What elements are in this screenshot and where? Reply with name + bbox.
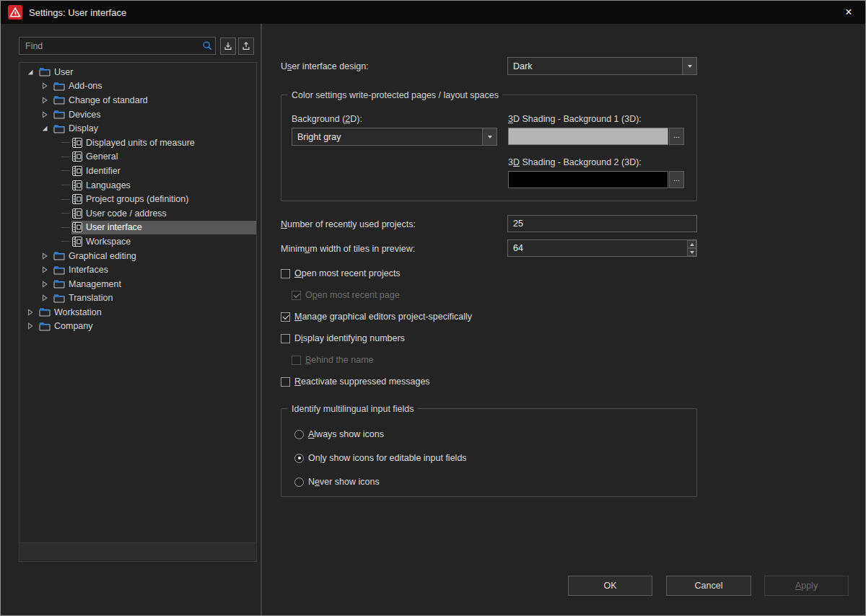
expander-icon[interactable] — [25, 67, 35, 77]
background-2d-select[interactable]: Bright gray — [292, 128, 497, 146]
expander-icon[interactable] — [25, 321, 35, 331]
export-settings-button[interactable] — [238, 38, 254, 55]
expander-icon[interactable] — [40, 123, 50, 133]
cancel-button[interactable]: Cancel — [666, 576, 751, 596]
checkbox[interactable] — [281, 312, 290, 322]
checkbox[interactable] — [281, 334, 290, 343]
checkbox[interactable] — [292, 291, 301, 300]
shading2-color-swatch[interactable] — [508, 171, 668, 188]
radio-row[interactable]: Always show icons — [294, 428, 696, 440]
close-button[interactable]: × — [839, 4, 858, 21]
tree-item-content[interactable]: Workspace — [71, 234, 256, 249]
folder-icon — [53, 279, 65, 289]
import-settings-button[interactable] — [220, 38, 236, 55]
spin-up-button[interactable] — [687, 240, 696, 248]
tree-item-content[interactable]: Add-ons — [53, 79, 256, 94]
dropdown-arrow-button[interactable] — [482, 128, 497, 145]
tree-item[interactable]: Project groups (definition) — [19, 192, 256, 206]
radio-row[interactable]: Never show icons — [294, 476, 696, 488]
radio-list: Always show icons Only show icons for ed… — [281, 409, 696, 488]
checkbox-row[interactable]: Display identifying numbers — [281, 333, 472, 344]
tree-item[interactable]: User code / address — [19, 206, 256, 221]
ok-button[interactable]: OK — [568, 576, 652, 596]
spin-down-button[interactable] — [687, 248, 696, 256]
checkbox-row[interactable]: Open most recent projects — [281, 268, 472, 279]
expander-icon[interactable] — [40, 265, 50, 275]
tree-item[interactable]: Workstation — [19, 305, 256, 320]
tree-item[interactable]: User interface — [19, 221, 256, 235]
expander-icon[interactable] — [25, 307, 35, 317]
recent-projects-input[interactable] — [507, 215, 697, 232]
tree-item[interactable]: User — [19, 65, 256, 79]
tree-item-content[interactable]: Change of standard — [53, 93, 256, 107]
tree-item-content[interactable]: Display — [53, 121, 256, 136]
radio-button[interactable] — [294, 430, 304, 439]
search-icon[interactable] — [199, 40, 215, 51]
checkbox-row[interactable]: Manage graphical editors project-specifi… — [281, 311, 472, 322]
expander-icon[interactable] — [40, 251, 50, 261]
pane-splitter[interactable] — [261, 24, 262, 616]
dropdown-arrow-button[interactable] — [682, 58, 696, 74]
shading2-browse-button[interactable]: ... — [669, 171, 684, 188]
expander-icon[interactable] — [40, 110, 50, 120]
tree-item-content[interactable]: Languages — [71, 178, 256, 193]
tree-item-content[interactable]: Devices — [53, 107, 256, 122]
footer-buttons: OK Cancel Apply — [568, 576, 849, 596]
tree-item[interactable]: Company — [19, 320, 256, 334]
find-input[interactable] — [19, 41, 199, 51]
tree-item[interactable]: Workspace — [19, 234, 256, 249]
tree-item[interactable]: Identifier — [19, 164, 256, 178]
tree-item[interactable]: Interfaces — [19, 263, 256, 277]
tree-item-content[interactable]: General — [71, 150, 256, 164]
tree-item-content[interactable]: Interfaces — [53, 263, 256, 277]
checkbox-row[interactable]: Open most recent page — [292, 289, 472, 301]
tree-item[interactable]: Languages — [19, 178, 256, 193]
expander-icon[interactable] — [40, 279, 50, 289]
tree-item-content[interactable]: User code / address — [71, 206, 256, 221]
checkbox-row[interactable]: Reactivate suppressed messages — [281, 376, 472, 387]
tree-item[interactable]: Displayed units of measure — [19, 136, 256, 150]
tree-item-content[interactable]: Project groups (definition) — [71, 192, 256, 206]
checkbox-label: Open most recent page — [305, 290, 400, 300]
tree-item-content[interactable]: User interface — [71, 221, 256, 235]
checkbox-row[interactable]: Behind the name — [292, 354, 472, 366]
expander-icon[interactable] — [40, 95, 50, 105]
ui-design-select[interactable]: Dark — [507, 57, 697, 75]
checkbox[interactable] — [292, 356, 301, 365]
window-title: Settings: User interface — [29, 7, 126, 18]
tree-item[interactable]: Display — [19, 121, 256, 136]
apply-button[interactable]: Apply — [764, 576, 849, 596]
tree-connector — [61, 241, 70, 242]
tile-width-input[interactable] — [507, 239, 697, 257]
folder-icon — [53, 294, 65, 303]
tree-item-content[interactable]: Translation — [53, 291, 256, 306]
settings-page-icon — [72, 180, 82, 190]
folder-icon — [39, 67, 51, 76]
tree-horizontal-scrollbar[interactable] — [20, 542, 255, 560]
tree-item-content[interactable]: Workstation — [38, 305, 256, 320]
tree-item-content[interactable]: User — [38, 65, 256, 79]
tree-item[interactable]: Devices — [19, 107, 256, 122]
checkbox[interactable] — [281, 269, 290, 278]
tree-item[interactable]: General — [19, 150, 256, 164]
tree-item-content[interactable]: Management — [53, 277, 256, 291]
tree-item-content[interactable]: Displayed units of measure — [71, 136, 256, 150]
shading1-browse-button[interactable]: ... — [669, 128, 684, 145]
expander-icon[interactable] — [40, 81, 50, 91]
radio-button[interactable] — [294, 478, 304, 487]
checkbox[interactable] — [281, 377, 290, 387]
shading1-color-swatch[interactable] — [508, 128, 668, 145]
expander-icon[interactable] — [40, 293, 50, 303]
tree-item-content[interactable]: Company — [38, 320, 256, 334]
tree-item[interactable]: Change of standard — [19, 93, 256, 107]
radio-button[interactable] — [294, 454, 304, 463]
tree-item[interactable]: Add-ons — [19, 79, 256, 94]
tree-item-content[interactable]: Graphical editing — [53, 249, 256, 263]
background-2d-label: Background (2D): — [292, 113, 362, 125]
radio-row[interactable]: Only show icons for editable input field… — [294, 452, 696, 464]
tree-item[interactable]: Translation — [19, 291, 256, 306]
multilingual-group-title: Identify multilingual input fields — [288, 403, 418, 415]
tree-item-content[interactable]: Identifier — [71, 164, 256, 178]
tree-item[interactable]: Management — [19, 277, 256, 291]
tree-item[interactable]: Graphical editing — [19, 249, 256, 263]
